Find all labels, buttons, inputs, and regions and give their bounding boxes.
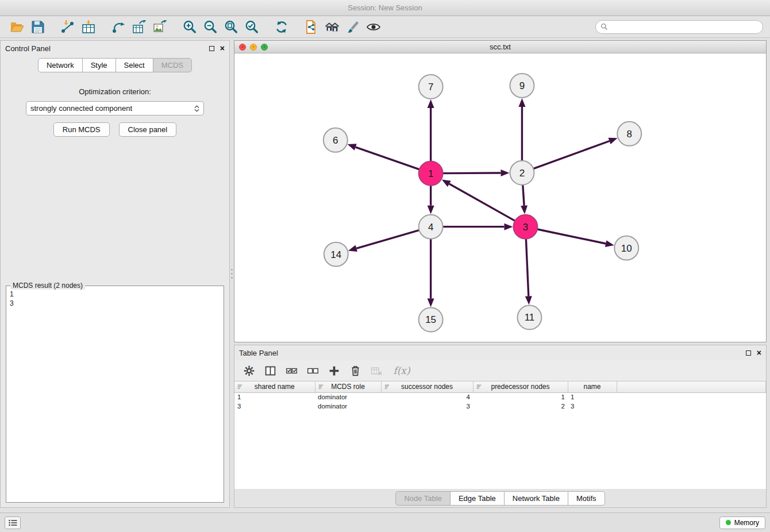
graph-edge-2-8[interactable] (533, 141, 609, 168)
memory-button[interactable]: Memory (719, 516, 765, 529)
table-panel-header: Table Panel × (234, 345, 766, 360)
criterion-dropdown[interactable]: strongly connected component (26, 101, 204, 115)
tab-mcds[interactable]: MCDS (153, 58, 192, 72)
tab-network[interactable]: Network (38, 58, 83, 72)
float-panel-icon[interactable] (209, 46, 214, 51)
tab-style[interactable]: Style (82, 58, 116, 72)
export-table-button[interactable] (129, 18, 149, 36)
graph-edge-arrowhead (428, 99, 434, 108)
search-input[interactable] (611, 23, 758, 31)
graph-edge-3-11[interactable] (526, 239, 528, 296)
table-cell[interactable]: 4 (381, 392, 473, 402)
graph-edge-4-14[interactable] (356, 230, 419, 249)
zoom-selected-button[interactable] (241, 18, 262, 36)
table-cell[interactable]: dominator (315, 392, 381, 402)
column-header-shared-name[interactable]: shared name (234, 381, 315, 392)
delete-table-button[interactable] (368, 362, 385, 379)
column-header-mcds-role[interactable]: MCDS role (315, 381, 381, 392)
select-all-columns-button[interactable] (283, 362, 300, 379)
minimize-window-button[interactable]: − (250, 44, 257, 51)
window-titlebar[interactable]: Session: New Session (0, 0, 770, 16)
close-table-panel-icon[interactable]: × (757, 349, 761, 356)
graph-node-10[interactable]: 10 (614, 236, 638, 260)
function-builder-button[interactable]: f(x) (389, 362, 414, 379)
table-settings-button[interactable] (240, 362, 257, 379)
open-in-cytoscape-js-button[interactable] (301, 18, 322, 36)
table-cell[interactable]: dominator (315, 402, 381, 411)
graph-node-4[interactable]: 4 (419, 215, 443, 239)
optimization-criterion-label: Optimization criterion: (1, 87, 229, 96)
column-header-name[interactable]: name (568, 381, 617, 392)
table-cell[interactable]: 3 (568, 402, 617, 411)
table-cell[interactable]: 1 (568, 392, 617, 402)
control-panel: Control Panel × Network Style Select MCD… (0, 40, 230, 508)
graph-node-6[interactable]: 6 (324, 128, 348, 152)
mcds-result-title: MCDS result (2 nodes) (10, 282, 85, 290)
tab-motifs[interactable]: Motifs (568, 491, 605, 506)
mcds-result-list: 13 (6, 286, 224, 311)
close-panel-icon[interactable]: × (220, 45, 225, 52)
table-cell[interactable]: 3 (234, 402, 315, 411)
open-session-button[interactable] (7, 18, 28, 36)
show-columns-button[interactable] (261, 362, 279, 379)
graph-node-9[interactable]: 9 (510, 74, 534, 98)
export-network-button[interactable] (108, 18, 129, 36)
graph-node-7[interactable]: 7 (419, 75, 443, 99)
zoom-in-button[interactable] (179, 18, 200, 36)
export-image-button[interactable] (149, 18, 170, 36)
tab-node-table[interactable]: Node Table (395, 491, 451, 506)
zoom-out-button[interactable] (200, 18, 221, 36)
column-header-predecessor-nodes[interactable]: predecessor nodes (473, 381, 568, 392)
import-network-button[interactable] (57, 18, 78, 36)
graph-node-15[interactable]: 15 (419, 308, 443, 332)
create-column-button[interactable] (325, 362, 342, 379)
run-mcds-button[interactable]: Run MCDS (53, 122, 110, 137)
network-canvas[interactable]: 7968124314101511 (234, 53, 766, 342)
tab-select[interactable]: Select (116, 58, 153, 72)
network-window-titlebar[interactable]: × − + scc.txt (234, 41, 766, 53)
graph-node-1[interactable]: 1 (419, 161, 443, 186)
table-row[interactable]: 3dominator323 (234, 402, 766, 411)
table-cell[interactable]: 2 (473, 402, 568, 411)
maximize-window-button[interactable]: + (261, 44, 268, 51)
apply-style-button[interactable] (342, 18, 363, 36)
graph-node-3[interactable]: 3 (513, 215, 537, 239)
close-panel-button[interactable]: Close panel (119, 122, 177, 137)
close-window-button[interactable]: × (239, 44, 246, 51)
table-row[interactable]: 1dominator411 (234, 392, 766, 402)
table-panel-tabs: Node Table Edge Table Network Table Moti… (234, 489, 766, 507)
first-neighbors-button[interactable] (322, 18, 342, 36)
graph-node-14[interactable]: 14 (324, 242, 348, 267)
graph-edge-1-6[interactable] (356, 147, 419, 169)
table-cell[interactable]: 1 (473, 392, 568, 402)
tab-network-table[interactable]: Network Table (504, 491, 568, 506)
zoom-fit-button[interactable] (221, 18, 241, 36)
column-namespace-icon (237, 384, 243, 390)
show-panels-button[interactable] (5, 516, 21, 529)
float-table-panel-icon[interactable] (746, 350, 751, 356)
graph-node-11[interactable]: 11 (517, 306, 541, 330)
graph-edge-3-10[interactable] (537, 229, 606, 244)
delete-column-button[interactable] (346, 362, 364, 379)
graph-node-2[interactable]: 2 (510, 161, 534, 185)
graph-edge-3-1[interactable] (449, 184, 515, 221)
panel-splitter[interactable] (230, 40, 234, 508)
apply-layout-button[interactable] (271, 18, 292, 36)
tab-edge-table[interactable]: Edge Table (450, 491, 505, 506)
window-title: Session: New Session (348, 3, 422, 12)
graph-node-label: 7 (428, 82, 433, 92)
network-graph[interactable]: 7968124314101511 (234, 53, 766, 342)
unselect-all-columns-button[interactable] (304, 362, 321, 379)
search-box[interactable] (595, 20, 763, 34)
column-namespace-icon (318, 384, 324, 390)
column-header-successor-nodes[interactable]: successor nodes (381, 381, 473, 392)
show-graphics-details-button[interactable] (363, 18, 384, 36)
graph-node-label: 4 (428, 222, 433, 233)
table-cell[interactable]: 1 (234, 392, 315, 402)
graph-edge-2-3[interactable] (523, 185, 524, 206)
graph-node-8[interactable]: 8 (617, 122, 641, 146)
graph-edge-1-2[interactable] (443, 173, 501, 174)
import-table-button[interactable] (78, 18, 99, 36)
table-cell[interactable]: 3 (381, 402, 473, 411)
save-session-button[interactable] (28, 18, 48, 36)
